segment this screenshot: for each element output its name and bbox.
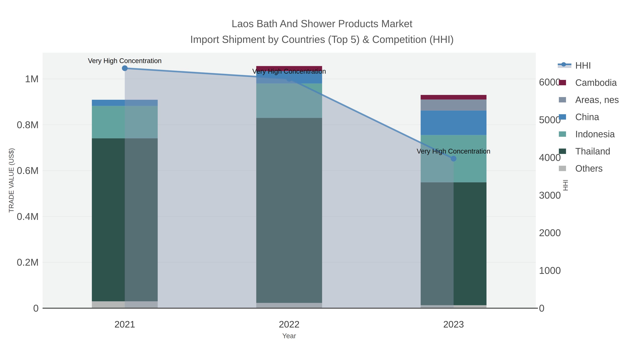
x-tick-label-2021: 2021: [114, 319, 135, 330]
legend-item-indonesia[interactable]: Indonesia: [558, 125, 619, 143]
legend-item-areas-nes[interactable]: Areas, nes: [558, 91, 619, 108]
legend: HHICambodiaAreas, nesChinaIndonesiaThail…: [558, 57, 619, 177]
left-tick-label: 0: [33, 303, 39, 314]
legend-swatch: [559, 166, 566, 171]
legend-swatch: [559, 97, 566, 102]
legend-label: Thailand: [575, 146, 610, 157]
bar-segment-china-2023: [421, 110, 486, 135]
legend-swatch: [559, 114, 566, 120]
hhi-marker-dot-icon: [561, 62, 566, 66]
chart-title-line1: Laos Bath And Shower Products Market: [0, 16, 644, 31]
legend-label: Others: [575, 163, 603, 174]
legend-color-swatch-icon: [558, 79, 571, 86]
left-tick-label: 0.6M: [17, 165, 39, 176]
right-tick-label: 3000: [539, 190, 561, 201]
right-tick-label: 4000: [539, 152, 561, 163]
legend-item-others[interactable]: Others: [558, 160, 619, 177]
chart-figure: Very High ConcentrationVery High Concent…: [0, 0, 644, 362]
right-tick-label: 5000: [539, 114, 561, 125]
chart-title: Laos Bath And Shower Products Market Imp…: [0, 16, 644, 47]
legend-color-swatch-icon: [558, 113, 571, 120]
annotation-2021: Very High Concentration: [88, 57, 162, 64]
left-tick-label: 0.2M: [17, 257, 39, 268]
right-tick-label: 1000: [539, 265, 561, 276]
right-tick-label: 0: [539, 303, 544, 314]
legend-swatch: [559, 80, 566, 85]
legend-item-thailand[interactable]: Thailand: [558, 143, 619, 160]
hhi-marker-2022[interactable]: [286, 76, 292, 81]
legend-item-china[interactable]: China: [558, 108, 619, 125]
legend-label: HHI: [575, 60, 591, 71]
x-axis-title: Year: [42, 332, 536, 340]
right-tick-label: 2000: [539, 227, 561, 238]
legend-color-swatch-icon: [558, 96, 571, 103]
legend-color-swatch-icon: [558, 130, 571, 138]
annotation-2022: Very High Concentration: [252, 67, 326, 75]
bar-segment-cambodia-2023: [421, 95, 486, 100]
x-tick-label-2023: 2023: [443, 319, 464, 330]
legend-swatch: [559, 149, 566, 154]
chart-canvas: Very High ConcentrationVery High Concent…: [0, 0, 644, 362]
bar-segment-areas-nes-2023: [421, 100, 486, 111]
legend-label: Areas, nes: [575, 95, 619, 105]
left-axis-title: TRADE VALUE (US$): [8, 145, 15, 216]
left-tick-label: 0.8M: [17, 119, 39, 130]
chart-title-line2: Import Shipment by Countries (Top 5) & C…: [0, 31, 644, 47]
legend-item-hhi[interactable]: HHI: [558, 57, 619, 74]
left-tick-label: 0.4M: [17, 211, 39, 222]
legend-color-swatch-icon: [558, 165, 571, 172]
hhi-marker-2021[interactable]: [122, 65, 128, 71]
legend-swatch: [559, 131, 566, 137]
legend-label: China: [575, 112, 599, 122]
left-tick-label: 1M: [25, 73, 39, 84]
legend-label: Indonesia: [575, 129, 615, 139]
right-tick-label: 6000: [539, 76, 561, 88]
legend-item-cambodia[interactable]: Cambodia: [558, 74, 619, 91]
x-tick-label-2022: 2022: [279, 319, 300, 330]
hhi-marker-2023[interactable]: [451, 156, 456, 161]
legend-line-marker-icon: [558, 62, 571, 69]
legend-label: Cambodia: [575, 77, 617, 88]
annotation-2023: Very High Concentration: [417, 147, 490, 155]
legend-color-swatch-icon: [558, 148, 571, 155]
